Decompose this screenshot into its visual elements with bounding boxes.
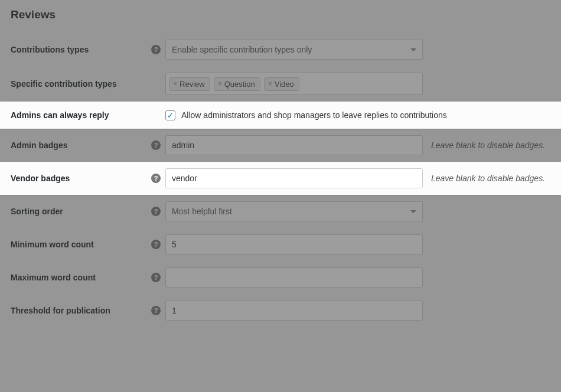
select-value: Enable specific contribution types only — [172, 45, 312, 54]
label-col: Minimum word count ? — [11, 240, 165, 249]
settings-page: Reviews Contributions types ? Enable spe… — [0, 0, 561, 392]
row-admin-badges: Admin badges ? Leave blank to disable ba… — [11, 129, 550, 162]
checkbox-label: Allow administrators and shop managers t… — [181, 110, 447, 120]
label-col: Threshold for publication ? — [11, 306, 165, 315]
sorting-order-select[interactable]: Most helpful first — [165, 201, 423, 221]
row-vendor-badges: Vendor badges ? Leave blank to disable b… — [0, 162, 561, 195]
field-col — [165, 234, 550, 254]
close-icon[interactable]: × — [173, 80, 177, 88]
min-word-count-input[interactable] — [165, 234, 423, 254]
label-col: Vendor badges ? — [11, 174, 165, 183]
row-specific-types: Specific contribution types × Review × Q… — [11, 66, 550, 102]
row-admins-reply: Admins can always reply ✓ Allow administ… — [0, 102, 561, 129]
row-sorting-order: Sorting order ? Most helpful first — [11, 195, 550, 228]
field-label: Maximum word count — [11, 273, 148, 282]
close-icon[interactable]: × — [218, 80, 222, 88]
field-col: Enable specific contribution types only — [165, 40, 550, 60]
help-icon[interactable]: ? — [151, 207, 161, 216]
field-hint: Leave blank to disable badges. — [431, 141, 545, 150]
field-label: Admin badges — [11, 141, 148, 150]
tag-label: Question — [224, 80, 255, 89]
field-col — [165, 300, 550, 321]
help-icon[interactable]: ? — [151, 306, 161, 315]
field-col: ✓ Allow administrators and shop managers… — [165, 110, 550, 120]
checkbox-wrap: ✓ Allow administrators and shop managers… — [165, 110, 447, 120]
close-icon[interactable]: × — [268, 80, 272, 88]
label-col: Sorting order ? — [11, 207, 165, 216]
label-col: Admin badges ? — [11, 141, 165, 150]
tag-label: Review — [180, 80, 205, 89]
help-icon[interactable]: ? — [151, 273, 161, 282]
tag-video[interactable]: × Video — [264, 77, 299, 91]
row-contributions-types: Contributions types ? Enable specific co… — [11, 33, 550, 66]
select-value: Most helpful first — [172, 207, 232, 216]
max-word-count-input[interactable] — [165, 267, 423, 288]
tag-review[interactable]: × Review — [169, 77, 210, 91]
field-col — [165, 267, 550, 288]
vendor-badges-input[interactable] — [165, 168, 423, 188]
field-label: Specific contribution types — [11, 79, 165, 89]
admin-badges-input[interactable] — [165, 135, 423, 155]
field-col: Leave blank to disable badges. — [165, 135, 550, 155]
label-col: Admins can always reply — [11, 110, 165, 120]
help-icon[interactable]: ? — [151, 240, 161, 249]
chevron-down-icon — [410, 210, 416, 213]
row-max-word-count: Maximum word count ? — [11, 261, 550, 294]
specific-types-tagbox[interactable]: × Review × Question × Video — [165, 73, 423, 95]
field-label: Vendor badges — [11, 174, 148, 183]
tag-label: Video — [275, 80, 294, 89]
field-col: Most helpful first — [165, 201, 550, 221]
label-col: Contributions types ? — [11, 45, 165, 54]
help-icon[interactable]: ? — [151, 45, 161, 54]
row-min-word-count: Minimum word count ? — [11, 228, 550, 261]
contributions-types-select[interactable]: Enable specific contribution types only — [165, 40, 423, 60]
section-title: Reviews — [11, 8, 550, 21]
threshold-input[interactable] — [165, 300, 423, 321]
row-threshold: Threshold for publication ? — [11, 294, 550, 327]
label-col: Specific contribution types — [11, 79, 165, 89]
field-hint: Leave blank to disable badges. — [431, 174, 545, 183]
help-icon[interactable]: ? — [151, 141, 161, 150]
field-col: × Review × Question × Video — [165, 73, 550, 95]
tag-question[interactable]: × Question — [214, 77, 260, 91]
field-col: Leave blank to disable badges. — [165, 168, 550, 188]
label-col: Maximum word count ? — [11, 273, 165, 282]
help-icon[interactable]: ? — [151, 174, 161, 183]
chevron-down-icon — [410, 48, 416, 51]
admins-reply-checkbox[interactable]: ✓ — [165, 110, 175, 120]
field-label: Admins can always reply — [11, 110, 165, 120]
field-label: Sorting order — [11, 207, 148, 216]
field-label: Minimum word count — [11, 240, 148, 249]
field-label: Threshold for publication — [11, 306, 148, 315]
field-label: Contributions types — [11, 45, 148, 54]
